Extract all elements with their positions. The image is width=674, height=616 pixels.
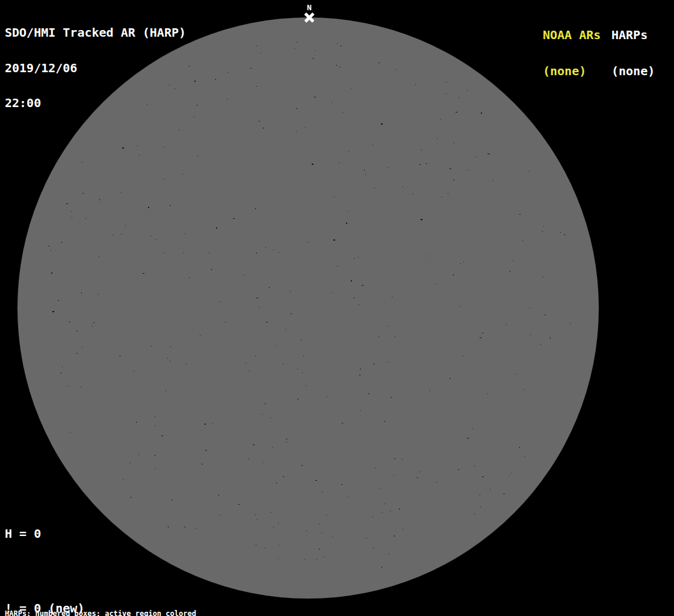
speckle-dot <box>388 167 389 168</box>
speckle-dot <box>62 366 63 367</box>
speckle-dot <box>194 117 194 117</box>
speckle-dot <box>337 266 338 266</box>
speckle-dot <box>270 417 271 418</box>
speckle-dot <box>322 492 323 493</box>
speckle-dot <box>256 46 257 46</box>
speckle-dot <box>93 322 94 323</box>
speckle-dot <box>467 438 469 439</box>
speckle-dot <box>332 537 333 537</box>
speckle-dot <box>545 315 546 315</box>
speckle-dot <box>341 484 342 485</box>
speckle-dot <box>448 193 448 194</box>
speckle-dot <box>460 263 461 264</box>
speckle-dot <box>366 538 366 538</box>
speckle-dot <box>182 174 183 174</box>
speckle-dot <box>283 476 284 477</box>
speckle-dot <box>278 558 279 559</box>
speckle-dot <box>266 322 268 322</box>
speckle-dot <box>402 459 403 460</box>
noaa-ars-counter: NOAA ARs (none) <box>543 5 601 101</box>
speckle-dot <box>156 239 156 240</box>
speckle-dot <box>255 514 256 515</box>
speckle-dot <box>362 285 363 286</box>
speckle-dot <box>493 180 493 181</box>
speckle-dot <box>543 226 544 227</box>
speckle-dot <box>453 274 454 276</box>
speckle-dot <box>172 500 173 500</box>
speckle-dot <box>342 112 343 113</box>
speckle-dot <box>305 127 306 128</box>
speckle-dot <box>459 97 459 98</box>
speckle-dot <box>303 356 304 357</box>
speckle-dot <box>134 371 134 371</box>
speckle-dot <box>446 93 447 94</box>
speckle-dot <box>220 515 220 516</box>
speckle-dot <box>472 428 473 429</box>
speckle-dot <box>519 447 520 448</box>
speckle-dot <box>321 532 322 533</box>
speckle-dot <box>197 156 198 156</box>
speckle-dot <box>306 386 306 386</box>
speckle-dot <box>82 193 84 194</box>
speckle-dot <box>314 97 316 97</box>
speckle-dot <box>138 454 139 455</box>
speckle-dot <box>308 242 308 242</box>
speckle-dot <box>334 197 335 197</box>
speckle-dot <box>269 287 270 288</box>
solar-image-canvas: SDO/HMI Tracked AR (HARP) 2019/12/06 22:… <box>0 0 674 616</box>
speckle-dot <box>304 559 305 560</box>
speckle-dot <box>403 186 403 187</box>
speckle-dot <box>317 559 317 560</box>
speckle-dot <box>454 143 454 143</box>
speckle-dot <box>510 271 510 272</box>
speckle-dot <box>394 535 395 537</box>
speckle-dot <box>294 48 295 49</box>
speckle-dot <box>319 523 320 524</box>
speckle-dot <box>419 164 421 165</box>
speckle-dot <box>560 232 561 233</box>
speckle-dot <box>373 517 373 517</box>
speckle-dot <box>348 151 349 152</box>
speckle-dot <box>467 90 468 91</box>
speckle-dot <box>403 529 403 529</box>
speckle-dot <box>342 423 343 424</box>
speckle-dot <box>136 422 137 423</box>
speckle-dot <box>209 253 209 253</box>
speckle-dot <box>151 346 152 346</box>
speckle-dot <box>200 335 200 336</box>
speckle-dot <box>460 306 460 307</box>
speckle-dot <box>255 208 256 209</box>
title-block: SDO/HMI Tracked AR (HARP) 2019/12/06 22:… <box>5 4 186 133</box>
speckle-dot <box>509 475 509 476</box>
speckle-dot <box>143 273 144 274</box>
speckle-dot <box>440 119 441 120</box>
speckle-dot <box>426 163 427 164</box>
speckle-dot <box>413 194 413 194</box>
speckle-dot <box>170 205 171 206</box>
speckle-dot <box>337 43 338 44</box>
speckle-dot <box>279 545 279 546</box>
speckle-dot <box>564 234 565 235</box>
speckle-dot <box>137 146 138 146</box>
speckle-dot <box>155 469 155 469</box>
speckle-dot <box>380 488 381 488</box>
speckle-dot <box>513 260 513 261</box>
speckle-dot <box>429 256 430 256</box>
speckle-dot <box>379 336 379 337</box>
speckle-dot <box>286 439 287 440</box>
speckle-dot <box>164 179 165 179</box>
speckle-dot <box>51 250 51 251</box>
speckle-dot <box>155 455 155 456</box>
speckle-dot <box>98 294 99 295</box>
speckle-dot <box>297 42 297 43</box>
speckle-dot <box>368 393 369 394</box>
speckle-dot <box>360 369 361 369</box>
speckle-dot <box>358 257 359 257</box>
speckle-dot <box>336 65 337 66</box>
speckle-dot <box>442 197 442 197</box>
speckle-dot <box>256 86 257 87</box>
speckle-dot <box>525 456 525 457</box>
harps-value: (none) <box>611 65 655 77</box>
speckle-dot <box>259 307 259 307</box>
speckle-dot <box>297 399 298 399</box>
